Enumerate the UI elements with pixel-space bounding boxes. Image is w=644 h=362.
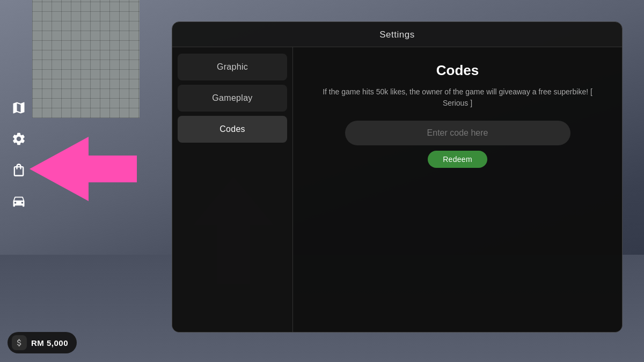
codes-description: If the game hits 50k likes, the owner of… <box>310 86 605 109</box>
settings-icon[interactable] <box>8 128 30 150</box>
modal-body: Graphic Gameplay Codes Codes If the game… <box>172 47 622 332</box>
modal-title: Settings <box>172 22 622 47</box>
shop-icon[interactable] <box>8 159 30 181</box>
nav-panel: Graphic Gameplay Codes <box>172 47 293 332</box>
settings-modal: Settings Graphic Gameplay Codes Codes If… <box>172 21 623 333</box>
currency-icon <box>12 335 27 350</box>
code-input[interactable] <box>345 121 570 145</box>
nav-item-codes[interactable]: Codes <box>178 116 287 143</box>
redeem-button[interactable]: Redeem <box>428 151 487 168</box>
arrow-left <box>30 137 137 201</box>
code-input-wrapper <box>310 121 605 145</box>
codes-title: Codes <box>310 62 605 79</box>
currency-bar: RM 5,000 <box>8 332 77 353</box>
sidebar <box>8 97 30 212</box>
currency-amount: RM 5,000 <box>31 338 68 348</box>
redeem-wrapper: Redeem <box>310 151 605 168</box>
svg-marker-0 <box>30 137 137 201</box>
content-panel: Codes If the game hits 50k likes, the ow… <box>293 47 622 332</box>
vehicle-icon[interactable] <box>8 190 30 212</box>
nav-item-gameplay[interactable]: Gameplay <box>178 85 287 112</box>
map-icon[interactable] <box>8 97 30 119</box>
nav-item-graphic[interactable]: Graphic <box>178 54 287 80</box>
